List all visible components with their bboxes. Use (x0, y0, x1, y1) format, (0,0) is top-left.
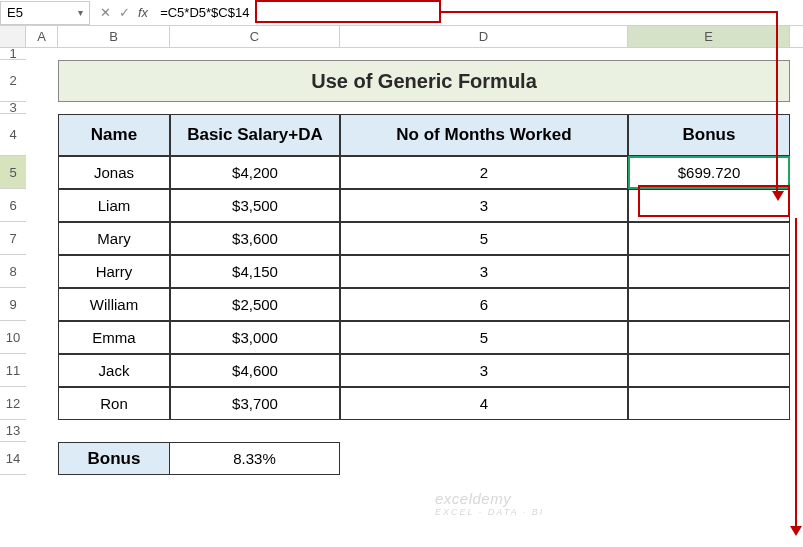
table-row: Emma $3,000 5 (26, 321, 803, 354)
cell-bonus[interactable] (628, 222, 790, 255)
arrow-segment (441, 11, 778, 13)
row-header-2[interactable]: 2 (0, 60, 26, 102)
page-title[interactable]: Use of Generic Formula (58, 60, 790, 102)
col-header-d[interactable]: D (340, 26, 628, 47)
cell-name[interactable]: William (58, 288, 170, 321)
row-header-12[interactable]: 12 (0, 387, 26, 420)
table-row: William $2,500 6 (26, 288, 803, 321)
cell-bonus[interactable] (628, 189, 790, 222)
row-header-13[interactable]: 13 (0, 420, 26, 442)
cell-bonus[interactable] (628, 387, 790, 420)
confirm-icon[interactable]: ✓ (119, 5, 130, 20)
cell-months[interactable]: 4 (340, 387, 628, 420)
cell-salary[interactable]: $3,500 (170, 189, 340, 222)
arrow-segment (795, 218, 797, 528)
cancel-icon[interactable]: ✕ (100, 5, 111, 20)
arrow-segment (776, 11, 778, 191)
cell-name[interactable]: Liam (58, 189, 170, 222)
name-box[interactable]: E5 ▾ (0, 1, 90, 25)
cell-bonus[interactable]: $699.720 (628, 156, 790, 189)
row-header-1[interactable]: 1 (0, 48, 26, 60)
formula-bar-icons: ✕ ✓ fx (94, 5, 154, 20)
table-row: Liam $3,500 3 (26, 189, 803, 222)
cell-salary[interactable]: $3,000 (170, 321, 340, 354)
cell-name[interactable]: Harry (58, 255, 170, 288)
table-row: Harry $4,150 3 (26, 255, 803, 288)
cell-salary[interactable]: $4,150 (170, 255, 340, 288)
row-header-4[interactable]: 4 (0, 114, 26, 156)
name-box-dropdown-icon[interactable]: ▾ (78, 7, 83, 18)
row-headers: 1 2 3 4 5 6 7 8 9 10 11 12 13 14 (0, 48, 26, 475)
table-row: Jack $4,600 3 (26, 354, 803, 387)
cell-months[interactable]: 5 (340, 222, 628, 255)
cell-salary[interactable]: $4,600 (170, 354, 340, 387)
cell-months[interactable]: 5 (340, 321, 628, 354)
arrow-head-icon (772, 191, 784, 201)
col-header-a[interactable]: A (26, 26, 58, 47)
cell-bonus[interactable] (628, 321, 790, 354)
header-salary[interactable]: Basic Salary+DA (170, 114, 340, 156)
cell-months[interactable]: 3 (340, 255, 628, 288)
row-header-6[interactable]: 6 (0, 189, 26, 222)
table-row: Ron $3,700 4 (26, 387, 803, 420)
bonus-label[interactable]: Bonus (58, 442, 170, 475)
table-row: Jonas $4,200 2 $699.720 (26, 156, 803, 189)
cell-salary[interactable]: $4,200 (170, 156, 340, 189)
col-header-e[interactable]: E (628, 26, 790, 47)
row-header-11[interactable]: 11 (0, 354, 26, 387)
cell-salary[interactable]: $3,600 (170, 222, 340, 255)
cell-name[interactable]: Ron (58, 387, 170, 420)
cell-months[interactable]: 6 (340, 288, 628, 321)
row-header-8[interactable]: 8 (0, 255, 26, 288)
formula-text: =C5*D5*$C$14 (160, 5, 249, 20)
cell-name[interactable]: Mary (58, 222, 170, 255)
col-header-b[interactable]: B (58, 26, 170, 47)
select-all-corner[interactable] (0, 26, 26, 48)
row-header-5[interactable]: 5 (0, 156, 26, 189)
cell-bonus[interactable] (628, 288, 790, 321)
fx-icon[interactable]: fx (138, 5, 148, 20)
cell-months[interactable]: 2 (340, 156, 628, 189)
row-header-3[interactable]: 3 (0, 102, 26, 114)
row-header-14[interactable]: 14 (0, 442, 26, 475)
formula-bar: E5 ▾ ✕ ✓ fx =C5*D5*$C$14 (0, 0, 803, 26)
col-header-c[interactable]: C (170, 26, 340, 47)
table-row: Mary $3,600 5 (26, 222, 803, 255)
cell-bonus[interactable] (628, 255, 790, 288)
arrow-head-icon (790, 526, 802, 536)
row-header-9[interactable]: 9 (0, 288, 26, 321)
cell-months[interactable]: 3 (340, 189, 628, 222)
row-header-10[interactable]: 10 (0, 321, 26, 354)
column-header-row: A B C D E (0, 26, 803, 48)
cell-salary[interactable]: $3,700 (170, 387, 340, 420)
sheet-area[interactable]: Use of Generic Formula Name Basic Salary… (26, 48, 803, 475)
cell-bonus[interactable] (628, 354, 790, 387)
cell-months[interactable]: 3 (340, 354, 628, 387)
cell-salary[interactable]: $2,500 (170, 288, 340, 321)
bonus-value[interactable]: 8.33% (170, 442, 340, 475)
name-box-value: E5 (7, 5, 23, 20)
cell-name[interactable]: Jonas (58, 156, 170, 189)
header-months[interactable]: No of Months Worked (340, 114, 628, 156)
cell-name[interactable]: Jack (58, 354, 170, 387)
spreadsheet-grid: A B C D E 1 2 3 4 5 6 7 8 9 10 11 12 13 … (0, 26, 803, 547)
header-bonus[interactable]: Bonus (628, 114, 790, 156)
row-header-7[interactable]: 7 (0, 222, 26, 255)
header-name[interactable]: Name (58, 114, 170, 156)
cell-name[interactable]: Emma (58, 321, 170, 354)
